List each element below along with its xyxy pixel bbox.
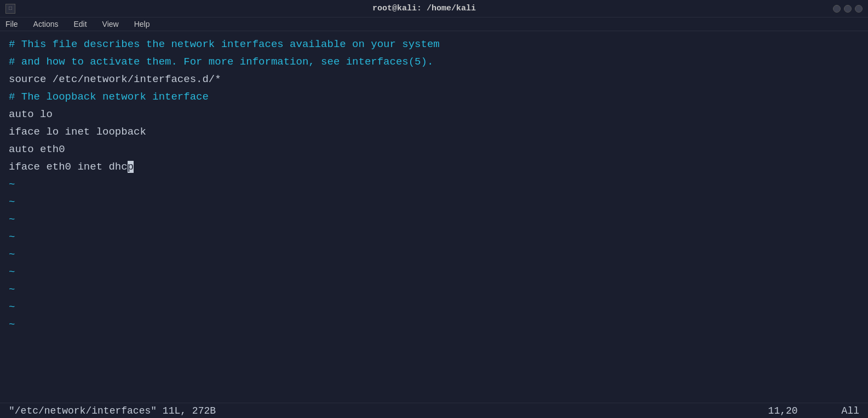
editor-area[interactable]: # This file describes the network interf… <box>0 31 868 401</box>
menu-help[interactable]: Help <box>131 19 153 30</box>
line-17: ~ <box>9 263 859 281</box>
line-11: iface eth0 inet dhcp <box>9 158 859 176</box>
line-18: ~ <box>9 281 859 298</box>
status-position: 11,20 <box>768 405 798 416</box>
line-19: ~ <box>9 298 859 316</box>
status-scroll: All <box>842 405 859 416</box>
title-bar-title: root@kali: /home/kali <box>372 4 476 13</box>
line-7: auto lo <box>9 106 859 123</box>
line-16: ~ <box>9 246 859 263</box>
status-file-info: "/etc/network/interfaces" 11L, 272B <box>9 405 216 416</box>
menu-edit[interactable]: Edit <box>70 19 90 30</box>
close-button[interactable] <box>855 5 863 13</box>
cursor: p <box>128 161 134 173</box>
line-13: ~ <box>9 193 859 211</box>
menu-bar: File Actions Edit View Help <box>0 18 868 31</box>
maximize-button[interactable] <box>844 5 852 13</box>
line-8: iface lo inet loopback <box>9 123 859 141</box>
line-2: # and how to activate them. For more inf… <box>9 53 859 71</box>
line-6: # The loopback network interface <box>9 88 859 106</box>
line-20: ~ <box>9 316 859 333</box>
line-12: ~ <box>9 176 859 193</box>
menu-file[interactable]: File <box>2 19 21 30</box>
line-4: source /etc/network/interfaces.d/* <box>9 71 859 88</box>
window-icon: □ <box>5 4 15 14</box>
title-bar: □ root@kali: /home/kali <box>0 0 868 18</box>
menu-actions[interactable]: Actions <box>30 19 62 30</box>
line-15: ~ <box>9 228 859 246</box>
line-14: ~ <box>9 211 859 228</box>
line-10: auto eth0 <box>9 141 859 158</box>
minimize-button[interactable] <box>833 5 841 13</box>
line-1: # This file describes the network interf… <box>9 36 859 53</box>
status-bar: "/etc/network/interfaces" 11L, 272B 11,2… <box>0 403 868 418</box>
menu-view[interactable]: View <box>99 19 122 30</box>
